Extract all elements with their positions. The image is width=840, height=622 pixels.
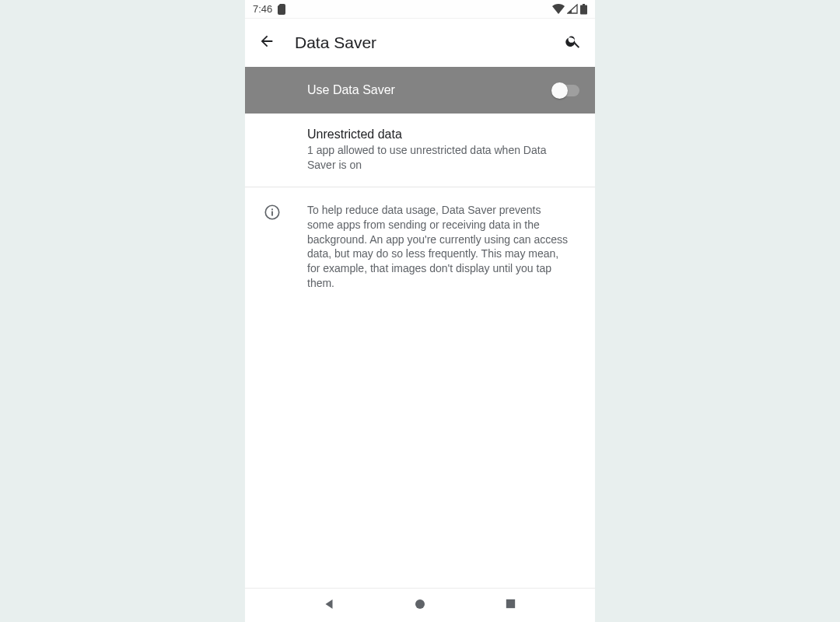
info-text: To help reduce data usage, Data Saver pr… xyxy=(307,203,576,291)
svg-rect-1 xyxy=(271,211,273,215)
svg-point-3 xyxy=(415,599,425,609)
back-button[interactable] xyxy=(257,33,276,52)
battery-icon xyxy=(580,4,587,15)
svg-rect-4 xyxy=(506,599,515,608)
arrow-back-icon xyxy=(258,33,275,53)
unrestricted-data-item[interactable]: Unrestricted data 1 app allowed to use u… xyxy=(245,114,595,187)
navigation-bar xyxy=(245,588,595,622)
status-bar: 7:46 xyxy=(245,0,595,19)
data-saver-toggle-row[interactable]: Use Data Saver xyxy=(245,67,595,114)
search-button[interactable] xyxy=(564,33,583,52)
page-title: Data Saver xyxy=(295,33,545,52)
search-icon xyxy=(565,33,582,53)
switch-thumb xyxy=(551,82,568,99)
status-bar-left: 7:46 xyxy=(253,3,286,15)
svg-rect-2 xyxy=(271,208,273,210)
data-saver-toggle-label: Use Data Saver xyxy=(307,83,395,97)
unrestricted-subtitle: 1 app allowed to use unrestricted data w… xyxy=(307,143,576,173)
info-icon xyxy=(264,204,282,222)
info-block: To help reduce data usage, Data Saver pr… xyxy=(245,187,595,305)
wifi-icon xyxy=(552,4,565,14)
unrestricted-title: Unrestricted data xyxy=(307,128,576,142)
status-time: 7:46 xyxy=(253,3,272,15)
sd-card-icon xyxy=(277,4,286,15)
nav-home-button[interactable] xyxy=(411,596,429,615)
signal-icon xyxy=(567,4,578,14)
nav-recent-button[interactable] xyxy=(502,596,520,615)
data-saver-switch[interactable] xyxy=(551,82,579,98)
nav-back-icon xyxy=(322,597,336,614)
app-bar: Data Saver xyxy=(245,19,595,67)
nav-recent-icon xyxy=(504,597,517,613)
status-bar-right xyxy=(552,4,587,15)
nav-home-icon xyxy=(413,597,427,614)
phone-frame: 7:46 Data Saver xyxy=(245,0,595,622)
nav-back-button[interactable] xyxy=(320,596,338,615)
